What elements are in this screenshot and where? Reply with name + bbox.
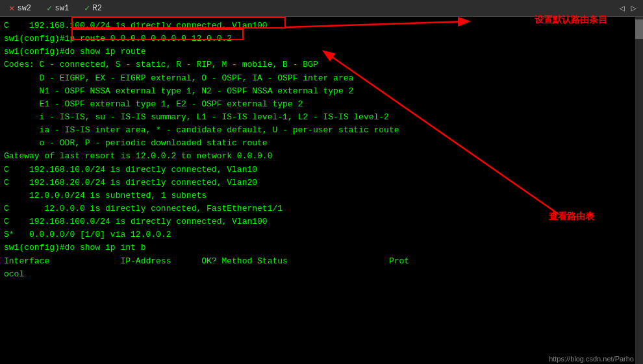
terminal-line: C 192.168.100.0/24 is directly connected… xyxy=(4,215,639,228)
terminal-line: D - EIGRP, EX - EIGRP external, O - OSPF… xyxy=(4,72,639,85)
close-icon: ✕ xyxy=(9,3,14,14)
terminal-line: C 192.168.20.0/24 is directly connected,… xyxy=(4,176,639,189)
scrollbar-thumb[interactable] xyxy=(635,19,643,39)
terminal-line: C 192.168.10.0/24 is directly connected,… xyxy=(4,164,639,176)
tab-sw2[interactable]: ✕ sw2 xyxy=(4,1,36,15)
terminal-line: Interface IP-Address OK? Method Status P… xyxy=(4,255,639,268)
tab-sw2-label: sw2 xyxy=(17,4,31,13)
terminal-line: ocol xyxy=(4,268,639,281)
terminal-line: ia - IS-IS inter area, * - candidate def… xyxy=(4,124,639,137)
nav-left-arrow[interactable]: ◁ xyxy=(616,3,627,14)
tab-sw1-label: sw1 xyxy=(55,4,69,13)
tab-R2-label: R2 xyxy=(93,4,102,13)
terminal-line: sw1(config)#do show ip route xyxy=(4,45,639,58)
terminal-line: C 12.0.0.0 is directly connected, FastEt… xyxy=(4,202,639,215)
nav-arrows: ◁ ▷ xyxy=(616,3,639,14)
annotation-label-1: 设置默认路由条目 xyxy=(535,14,607,26)
tab-sw1[interactable]: ✓ sw1 xyxy=(42,1,74,15)
check-icon-r2: ✓ xyxy=(84,3,90,14)
terminal-line: sw1(config)#ip route 0.0.0.0 0.0.0.0 12.… xyxy=(4,32,639,45)
terminal-line: Codes: C - connected, S - static, R - RI… xyxy=(4,58,639,71)
nav-right-arrow[interactable]: ▷ xyxy=(629,3,639,14)
scrollbar[interactable] xyxy=(635,17,643,364)
tab-R2[interactable]: ✓ R2 xyxy=(79,1,107,15)
terminal-line: o - ODR, P - periodic downloaded static … xyxy=(4,137,639,150)
terminal-line: Gateway of last resort is 12.0.0.2 to ne… xyxy=(4,150,639,163)
terminal-line: 12.0.0.0/24 is subnetted, 1 subnets xyxy=(4,189,639,202)
terminal-line: S* 0.0.0.0/0 [1/0] via 12.0.0.2 xyxy=(4,228,639,241)
annotation-label-2: 查看路由表 xyxy=(549,211,594,223)
terminal-line: i - IS-IS, su - IS-IS summary, L1 - IS-I… xyxy=(4,111,639,124)
check-icon: ✓ xyxy=(47,3,52,14)
watermark: https://blog.csdn.net/Parho xyxy=(549,355,634,363)
terminal-line: E1 - OSPF external type 1, E2 - OSPF ext… xyxy=(4,98,639,111)
terminal-line: N1 - OSPF NSSA external type 1, N2 - OSP… xyxy=(4,85,639,98)
terminal-line: sw1(config)#do show ip int b xyxy=(4,241,639,254)
terminal[interactable]: C 192.168.100.0/24 is directly connected… xyxy=(0,17,643,364)
